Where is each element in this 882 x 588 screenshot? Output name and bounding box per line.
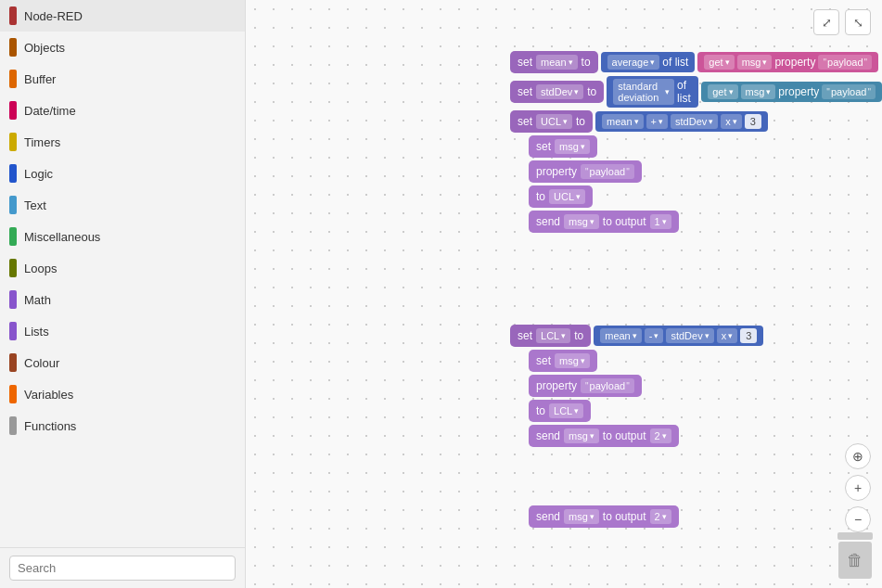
sidebar-item-objects[interactable]: Objects	[0, 32, 245, 63]
stddev-func-block[interactable]: standard deviation of list	[607, 76, 698, 108]
property-label-lcl: property	[536, 379, 577, 392]
msg-dropdown-lcl-5[interactable]: msg	[564, 428, 599, 443]
stddev-func-dropdown[interactable]: standard deviation	[613, 79, 674, 105]
sidebar-item-math[interactable]: Math	[0, 284, 245, 315]
sidebar-item-label: Text	[24, 198, 46, 212]
block-group-1: set mean to average of list get msg prop…	[510, 51, 882, 236]
zoom-in-button[interactable]: +	[845, 475, 871, 501]
op-dropdown-lcl[interactable]: -	[645, 328, 664, 343]
sidebar-item-label: Logic	[24, 167, 53, 181]
sidebar-item-label: Node-RED	[24, 9, 83, 23]
num-val-lcl: 3	[740, 328, 757, 343]
sidebar-item-timers[interactable]: Timers	[0, 126, 245, 158]
sidebar-item-loops[interactable]: Loops	[0, 252, 245, 284]
color-dot	[9, 290, 17, 309]
set-lcl-block[interactable]: set LCL to	[510, 325, 591, 347]
set-mean-block[interactable]: set mean to	[510, 51, 598, 73]
lcl-dropdown-4[interactable]: LCL	[549, 403, 583, 418]
msg-dropdown-2[interactable]: msg	[741, 84, 776, 99]
set-ucl-block[interactable]: set UCL to	[510, 110, 593, 133]
set-msg-block[interactable]: set msg	[529, 135, 597, 158]
block-row-lcl-3: property " payload "	[529, 375, 763, 397]
set-label-3: set	[518, 115, 532, 128]
to-label: to	[587, 85, 596, 98]
lcl-calc-block[interactable]: mean - stdDev x 3	[594, 326, 763, 346]
set-label-lcl: set	[518, 329, 532, 342]
color-dot	[9, 385, 17, 403]
sidebar-item-miscellaneous[interactable]: Miscellaneous	[0, 221, 245, 252]
num-dropdown-3[interactable]: 2	[650, 509, 671, 524]
ucl-dropdown-6[interactable]: UCL	[549, 189, 585, 204]
op-dropdown-3[interactable]: +	[646, 114, 668, 129]
sidebar-item-variables[interactable]: Variables	[0, 378, 245, 410]
msg-dropdown-4[interactable]: msg	[555, 139, 590, 154]
property-block-lcl[interactable]: property " payload "	[529, 375, 642, 397]
trash-lid	[837, 532, 873, 540]
search-input[interactable]	[9, 556, 236, 581]
set-msg-block-lcl[interactable]: set msg	[529, 350, 597, 372]
sidebar-item-text[interactable]: Text	[0, 189, 245, 221]
var-lcl-dropdown[interactable]: LCL	[536, 328, 570, 343]
msg-dropdown-lcl-2[interactable]: msg	[555, 353, 590, 368]
sidebar-item-label: Date/time	[24, 104, 76, 118]
msg-dropdown-3[interactable]: msg	[564, 509, 599, 524]
property-block[interactable]: property " payload "	[529, 160, 642, 183]
average-block[interactable]: average of list	[601, 52, 696, 72]
to-label-lcl-4: to	[536, 404, 545, 417]
sidebar-item-lists[interactable]: Lists	[0, 315, 245, 347]
var-mean-dropdown[interactable]: mean	[536, 55, 578, 70]
crosshair-button[interactable]: ⊕	[845, 443, 871, 469]
zoom-out-button[interactable]: −	[845, 506, 871, 532]
color-dot	[9, 196, 17, 214]
sidebar-item-label: Miscellaneous	[24, 230, 100, 244]
of-list-label: of list	[677, 79, 692, 105]
sidebar-item-label: Timers	[24, 135, 60, 149]
get-msg-block[interactable]: get msg property " payload "	[697, 52, 878, 72]
send-block-3[interactable]: send msg to output 2	[529, 505, 679, 528]
mul-dropdown-3[interactable]: x	[721, 114, 742, 129]
send-label-7: send	[536, 215, 560, 228]
block-row-6: to UCL	[529, 185, 882, 208]
get-dropdown[interactable]: get	[704, 55, 734, 70]
stddev-dropdown-lcl[interactable]: stdDev	[666, 328, 713, 343]
payload-val: " payload "	[818, 55, 872, 70]
payload-val-lcl: " payload "	[581, 378, 634, 393]
num-dropdown-7[interactable]: 1	[650, 214, 671, 229]
var-stddev-dropdown[interactable]: stdDev	[536, 84, 583, 99]
to-lcl-block[interactable]: to LCL	[529, 400, 591, 422]
msg-dropdown-7[interactable]: msg	[564, 214, 599, 229]
sidebar-item-label: Colour	[24, 356, 59, 370]
color-dot	[9, 70, 17, 88]
set-stddev-block[interactable]: set stdDev to	[510, 81, 604, 103]
sidebar-item-colour[interactable]: Colour	[0, 347, 245, 378]
sidebar-item-label: Math	[24, 293, 51, 307]
var-ucl-dropdown[interactable]: UCL	[536, 114, 572, 129]
mul-dropdown-lcl[interactable]: x	[717, 328, 738, 343]
mean-dropdown-3[interactable]: mean	[602, 114, 644, 129]
to-output-label-lcl: to output	[603, 429, 646, 442]
get-dropdown-2[interactable]: get	[708, 84, 737, 99]
mean-dropdown-lcl[interactable]: mean	[600, 328, 642, 343]
num-dropdown-lcl-5[interactable]: 2	[650, 428, 671, 443]
color-dot	[9, 322, 17, 340]
to-ucl-block[interactable]: to UCL	[529, 185, 593, 208]
sidebar-item-label: Variables	[24, 388, 73, 402]
sidebar-item-logic[interactable]: Logic	[0, 158, 245, 189]
expand-button[interactable]: ⤢	[813, 9, 839, 35]
send-block-2[interactable]: send msg to output 2	[529, 425, 679, 447]
sidebar-item-buffer[interactable]: Buffer	[0, 63, 245, 95]
ucl-calc-block[interactable]: mean + stdDev x 3	[595, 111, 768, 132]
sidebar-item-functions[interactable]: Functions	[0, 410, 245, 441]
sidebar-item-datetime[interactable]: Date/time	[0, 95, 245, 126]
block-row-lcl-4: to LCL	[529, 400, 763, 422]
block-row-4: set msg	[529, 135, 882, 158]
trash-button[interactable]: 🗑	[838, 542, 872, 579]
compress-button[interactable]: ⤡	[845, 9, 871, 35]
func-dropdown[interactable]: average	[607, 55, 660, 70]
msg-dropdown[interactable]: msg	[737, 55, 773, 70]
get-msg-block-2[interactable]: get msg property " payload "	[701, 82, 882, 102]
send-block-1[interactable]: send msg to output 1	[529, 211, 679, 233]
stddev-dropdown-3[interactable]: stdDev	[671, 114, 718, 129]
sidebar-item-node-red[interactable]: Node-RED	[0, 0, 245, 32]
num-val-3: 3	[745, 114, 761, 129]
